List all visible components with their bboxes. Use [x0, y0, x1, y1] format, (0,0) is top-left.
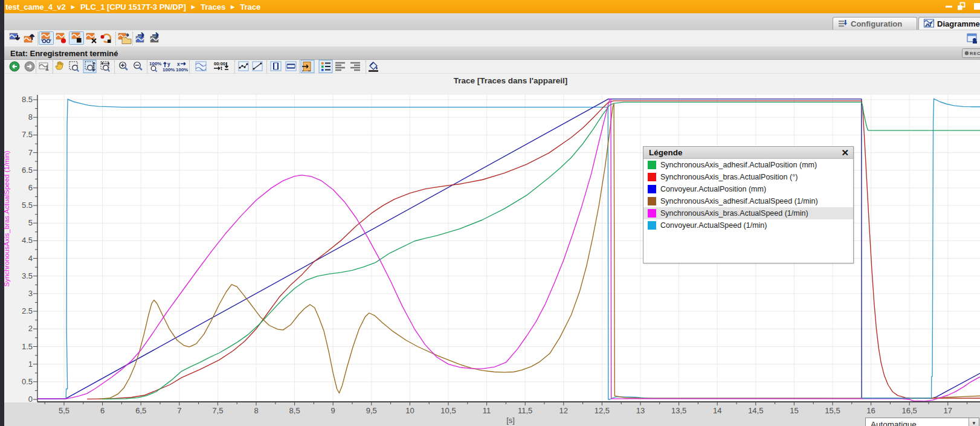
svg-text:5: 5 [28, 218, 33, 227]
svg-text:13: 13 [636, 406, 645, 415]
svg-text:0.5: 0.5 [22, 377, 33, 386]
svg-text:7,5: 7,5 [212, 406, 223, 415]
svg-text:16: 16 [866, 406, 875, 415]
svg-text:10: 10 [405, 406, 414, 415]
svg-text:7: 7 [177, 406, 181, 415]
svg-text:3.5: 3.5 [22, 271, 33, 280]
svg-text:1: 1 [28, 360, 33, 369]
svg-text:12: 12 [559, 406, 568, 415]
svg-text:2.5: 2.5 [22, 306, 33, 315]
svg-text:9,5: 9,5 [366, 406, 377, 415]
svg-text:100%: 100% [163, 67, 175, 73]
svg-text:6: 6 [28, 183, 33, 192]
svg-text:15: 15 [790, 406, 798, 415]
svg-text:10,5: 10,5 [440, 406, 456, 415]
svg-text:4: 4 [28, 254, 33, 263]
svg-text:y: y [167, 61, 170, 67]
svg-text:11: 11 [483, 406, 491, 415]
svg-text:7.5: 7.5 [22, 130, 33, 139]
svg-text:9: 9 [331, 406, 335, 415]
svg-text:13,5: 13,5 [671, 406, 686, 415]
svg-text:17: 17 [944, 406, 952, 415]
svg-text:100%: 100% [176, 67, 188, 73]
svg-text:100%: 100% [149, 61, 161, 66]
svg-text:5.5: 5.5 [22, 201, 33, 210]
svg-text:4.5: 4.5 [22, 236, 33, 245]
svg-text:12,5: 12,5 [595, 406, 610, 415]
svg-text:16,5: 16,5 [902, 406, 917, 415]
svg-text:8.5: 8.5 [22, 95, 33, 104]
svg-text:14: 14 [713, 406, 721, 415]
svg-text:11,5: 11,5 [518, 406, 532, 415]
svg-text:8: 8 [254, 406, 258, 415]
svg-text:1.5: 1.5 [22, 342, 33, 351]
svg-text:REC: REC [970, 51, 980, 56]
svg-text:3: 3 [28, 289, 33, 298]
svg-text:15,5: 15,5 [825, 406, 840, 415]
svg-text:00:00: 00:00 [214, 61, 225, 66]
svg-text:6,5: 6,5 [135, 406, 146, 415]
svg-text:x: x [177, 61, 180, 67]
svg-text:5,5: 5,5 [59, 406, 69, 415]
svg-text:6: 6 [100, 406, 105, 415]
svg-text:8: 8 [28, 112, 33, 121]
svg-text:14,5: 14,5 [748, 406, 763, 415]
svg-text:2: 2 [28, 324, 33, 333]
svg-text:7: 7 [28, 148, 33, 157]
svg-text:6.5: 6.5 [22, 166, 33, 175]
svg-text:0: 0 [28, 395, 33, 404]
svg-text:8,5: 8,5 [289, 406, 300, 415]
svg-text:t: t [221, 65, 222, 71]
svg-text:[s]: [s] [506, 416, 515, 425]
